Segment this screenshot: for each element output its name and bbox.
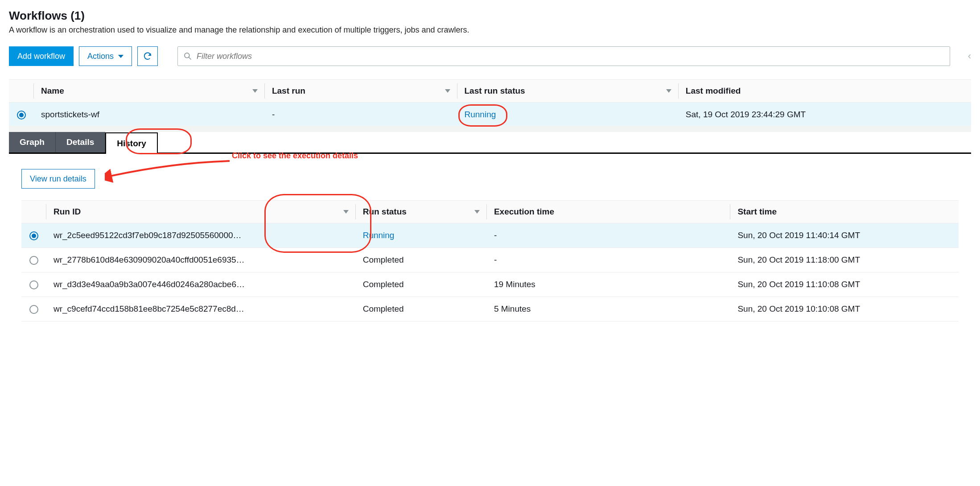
add-workflow-button[interactable]: Add workflow bbox=[9, 46, 74, 66]
start-time: Sun, 20 Oct 2019 11:18:00 GMT bbox=[730, 248, 959, 272]
column-execution-time[interactable]: Execution time bbox=[487, 201, 731, 223]
run-status: Completed bbox=[356, 297, 487, 321]
page-title: Workflows (1) bbox=[9, 9, 971, 23]
run-status: Completed bbox=[356, 272, 487, 297]
svg-point-0 bbox=[185, 53, 189, 58]
search-icon bbox=[183, 52, 192, 61]
sort-caret-icon bbox=[474, 210, 480, 214]
search-filter[interactable] bbox=[177, 46, 950, 66]
chevron-down-icon bbox=[118, 55, 124, 58]
page-subtitle: A workflow is an orchestration used to v… bbox=[9, 25, 971, 35]
run-id: wr_2778b610d84e630909020a40cffd0051e6935… bbox=[46, 248, 356, 272]
radio[interactable] bbox=[29, 305, 38, 314]
run-id: wr_c9cefd74ccd158b81ee8bc7254e5c8277ec8d… bbox=[46, 297, 356, 321]
start-time: Sun, 20 Oct 2019 11:40:14 GMT bbox=[730, 223, 959, 248]
column-run-status[interactable]: Run status bbox=[356, 201, 487, 223]
column-last-run[interactable]: Last run bbox=[265, 80, 457, 103]
run-status: Completed bbox=[356, 248, 487, 272]
toolbar: Add workflow Actions ‹ bbox=[9, 46, 971, 66]
actions-button[interactable]: Actions bbox=[79, 46, 132, 66]
tabs: Graph Details History bbox=[9, 132, 971, 154]
svg-line-1 bbox=[189, 58, 191, 60]
column-last-modified[interactable]: Last modified bbox=[679, 80, 971, 103]
start-time: Sun, 20 Oct 2019 10:10:08 GMT bbox=[730, 297, 959, 321]
execution-time: - bbox=[487, 223, 731, 248]
sort-caret-icon bbox=[666, 89, 671, 93]
column-name[interactable]: Name bbox=[34, 80, 265, 103]
workflows-table: Name Last run Last run status Last modif… bbox=[9, 79, 971, 127]
history-section: Click to see the execution details View … bbox=[9, 154, 971, 321]
tab-history[interactable]: History bbox=[105, 132, 157, 154]
run-id: wr_2c5eed95122cd3f7eb09c187d92505560000… bbox=[46, 223, 356, 248]
column-last-run-status[interactable]: Last run status bbox=[457, 80, 679, 103]
run-status: Running bbox=[356, 223, 487, 248]
tab-graph[interactable]: Graph bbox=[9, 132, 56, 152]
radio[interactable] bbox=[29, 256, 38, 265]
run-id: wr_d3d3e49aa0a9b3a007e446d0246a280acbe6… bbox=[46, 272, 356, 297]
sort-caret-icon bbox=[445, 89, 450, 93]
run-row[interactable]: wr_2c5eed95122cd3f7eb09c187d92505560000…… bbox=[21, 223, 959, 248]
chevron-left-icon[interactable]: ‹ bbox=[968, 50, 971, 62]
sort-caret-icon bbox=[252, 89, 258, 93]
search-input[interactable] bbox=[197, 52, 944, 61]
sort-caret-icon bbox=[343, 210, 349, 214]
tab-details[interactable]: Details bbox=[56, 132, 105, 152]
execution-time: 5 Minutes bbox=[487, 297, 731, 321]
divider-bar bbox=[9, 126, 971, 132]
start-time: Sun, 20 Oct 2019 11:10:08 GMT bbox=[730, 272, 959, 297]
workflow-last-run: - bbox=[265, 103, 457, 127]
runs-table: Run ID Run status Execution time Start t… bbox=[21, 200, 959, 321]
column-run-id[interactable]: Run ID bbox=[46, 201, 356, 223]
annotation-arrow bbox=[105, 158, 239, 185]
view-run-details-button[interactable]: View run details bbox=[21, 169, 95, 189]
radio[interactable] bbox=[29, 231, 38, 240]
radio[interactable] bbox=[29, 280, 38, 289]
run-row[interactable]: wr_d3d3e49aa0a9b3a007e446d0246a280acbe6…… bbox=[21, 272, 959, 297]
column-start-time[interactable]: Start time bbox=[730, 201, 959, 223]
execution-time: 19 Minutes bbox=[487, 272, 731, 297]
execution-time: - bbox=[487, 248, 731, 272]
workflow-name: sportstickets-wf bbox=[34, 103, 265, 127]
workflow-last-run-status: Running bbox=[457, 103, 679, 127]
actions-label: Actions bbox=[87, 52, 114, 61]
annotation-text: Click to see the execution details bbox=[232, 151, 358, 161]
refresh-icon bbox=[143, 51, 152, 61]
workflow-row[interactable]: sportstickets-wf - Running Sat, 19 Oct 2… bbox=[9, 103, 971, 127]
radio-selected[interactable] bbox=[17, 111, 26, 119]
workflow-last-modified: Sat, 19 Oct 2019 23:44:29 GMT bbox=[679, 103, 971, 127]
annotation-circle bbox=[458, 104, 507, 127]
refresh-button[interactable] bbox=[137, 46, 158, 66]
run-row[interactable]: wr_2778b610d84e630909020a40cffd0051e6935… bbox=[21, 248, 959, 272]
run-row[interactable]: wr_c9cefd74ccd158b81ee8bc7254e5c8277ec8d… bbox=[21, 297, 959, 321]
